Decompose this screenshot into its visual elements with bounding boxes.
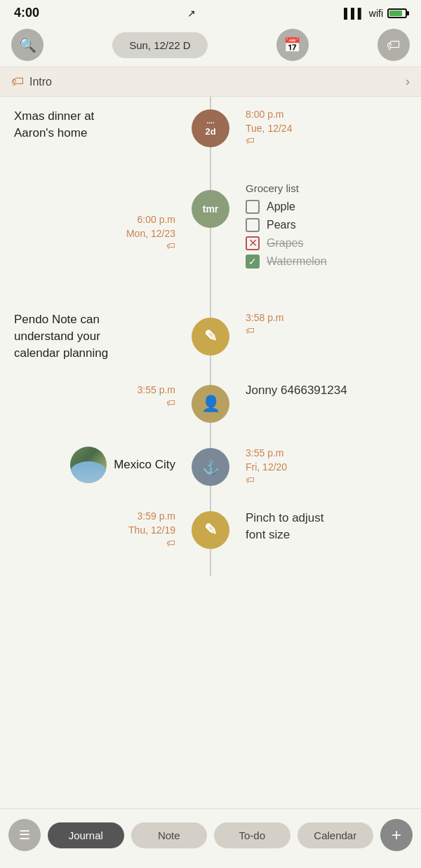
pendo-circle: ✎ bbox=[192, 318, 229, 355]
status-bar: 4:00 ↗ ▌▌▌ wifi bbox=[0, 0, 421, 23]
signal-icon: ▌▌▌ bbox=[344, 8, 365, 19]
mexico-photo bbox=[70, 447, 107, 483]
contact-name: Jonny 6466391234 bbox=[246, 384, 421, 398]
watermelon-checkbox[interactable]: ✓ bbox=[246, 255, 260, 269]
pendo-time: 3:58 p.m bbox=[246, 311, 421, 325]
entry-left-pinch: 3:59 p.m Thu, 12/19 🏷 bbox=[0, 510, 210, 548]
pendo-title: Pendo Note canunderstand yourcalendar pl… bbox=[0, 311, 175, 361]
grocery-circle: tmr bbox=[192, 190, 229, 228]
entry-left-grocery: 6:00 p.m Mon, 12/23 🏷 bbox=[0, 171, 210, 251]
mexico-date: Fri, 12/20 bbox=[246, 461, 421, 475]
list-item[interactable]: Pendo Note canunderstand yourcalendar pl… bbox=[0, 300, 421, 372]
contact-time: 3:55 p.m bbox=[0, 384, 175, 398]
search-icon: 🔍 bbox=[19, 36, 36, 53]
grocery-tag: 🏷 bbox=[0, 240, 175, 251]
location-arrow-icon: ↗ bbox=[187, 8, 196, 19]
chevron-down-icon: › bbox=[406, 74, 410, 89]
apple-label: Apple bbox=[267, 201, 295, 213]
menu-button[interactable]: ☰ bbox=[8, 819, 41, 851]
mexico-icon: ⚓ bbox=[192, 448, 229, 486]
date-display[interactable]: Sun, 12/22 D bbox=[112, 32, 208, 58]
grocery-list-title: Grocery list bbox=[246, 182, 421, 194]
apple-checkbox[interactable] bbox=[246, 200, 260, 214]
mexico-tag: 🏷 bbox=[246, 475, 421, 485]
xmas-time: 8:00 p.m bbox=[246, 108, 421, 122]
status-time: 4:00 bbox=[14, 6, 39, 20]
contact-icon: 👤 bbox=[192, 385, 229, 423]
top-bar: 🔍 Sun, 12/22 D 📅 🏷 bbox=[0, 23, 421, 67]
grocery-time: 6:00 p.m bbox=[0, 213, 175, 227]
pendo-tag: 🏷 bbox=[246, 325, 421, 336]
pendo-icon: ✎ bbox=[192, 318, 229, 355]
pears-checkbox[interactable] bbox=[246, 218, 260, 232]
grocery-date: Mon, 12/23 bbox=[0, 227, 175, 241]
watermelon-label: Watermelon bbox=[267, 255, 327, 268]
tab-journal[interactable]: Journal bbox=[48, 822, 124, 848]
list-item[interactable]: 6:00 p.m Mon, 12/23 🏷 tmr Grocery list A… bbox=[0, 160, 421, 300]
category-bar[interactable]: 🏷 Intro › bbox=[0, 67, 421, 97]
tab-todo[interactable]: To-do bbox=[214, 822, 290, 848]
grocery-list: Grocery list Apple Pears ✕ Grapes bbox=[210, 171, 421, 273]
xmas-icon: ···· 2d bbox=[192, 109, 229, 147]
entry-left-mexico: Mexico City bbox=[0, 447, 210, 483]
anchor-icon: ⚓ bbox=[202, 459, 220, 475]
status-icons: ▌▌▌ wifi bbox=[344, 8, 407, 19]
tab-note[interactable]: Note bbox=[131, 822, 208, 848]
pinch-circle: ✎ bbox=[192, 511, 229, 549]
mexico-circle: ⚓ bbox=[192, 448, 229, 486]
entry-right-xmas: 8:00 p.m Tue, 12/24 🏷 bbox=[210, 108, 421, 146]
grapes-label: Grapes bbox=[267, 237, 303, 250]
pinch-tag: 🏷 bbox=[0, 538, 175, 548]
calendar-button[interactable]: 📅 bbox=[276, 29, 309, 61]
xmas-date: Tue, 12/24 bbox=[246, 122, 421, 136]
plus-icon: + bbox=[392, 825, 401, 845]
grocery-item-watermelon[interactable]: ✓ Watermelon bbox=[246, 255, 421, 269]
grocery-icon: tmr bbox=[192, 190, 229, 228]
pinch-time: 3:59 p.m bbox=[0, 510, 175, 524]
contact-tag: 🏷 bbox=[0, 398, 175, 408]
person-icon: 👤 bbox=[201, 395, 220, 413]
edit-icon: ✎ bbox=[204, 521, 217, 539]
entry-left-pendo: Pendo Note canunderstand yourcalendar pl… bbox=[0, 311, 210, 361]
xmas-tag: 🏷 bbox=[246, 135, 421, 146]
tag-icon: 🏷 bbox=[387, 37, 401, 53]
entry-right-mexico: 3:55 p.m Fri, 12/20 🏷 bbox=[210, 447, 421, 484]
hamburger-icon: ☰ bbox=[19, 827, 30, 843]
category-tag-icon: 🏷 bbox=[11, 74, 24, 89]
mexico-city-label: Mexico City bbox=[114, 456, 175, 473]
tag-button[interactable]: 🏷 bbox=[377, 29, 410, 61]
pinch-icon: ✎ bbox=[192, 511, 229, 549]
tab-calendar[interactable]: Calendar bbox=[298, 822, 374, 848]
list-item[interactable]: Mexico City ⚓ 3:55 p.m Fri, 12/20 🏷 bbox=[0, 435, 421, 499]
list-item[interactable]: Xmas dinner atAaron's home ···· 2d 8:00 … bbox=[0, 97, 421, 160]
search-button[interactable]: 🔍 bbox=[11, 29, 44, 61]
calendar-icon: 📅 bbox=[283, 36, 301, 53]
xmas-circle: ···· 2d bbox=[192, 109, 229, 147]
category-label: Intro bbox=[29, 76, 406, 88]
pears-label: Pears bbox=[267, 219, 296, 231]
grocery-item-grapes[interactable]: ✕ Grapes bbox=[246, 236, 421, 250]
bottom-nav: ☰ Journal Note To-do Calendar + bbox=[0, 808, 421, 868]
grapes-checkbox[interactable]: ✕ bbox=[246, 236, 260, 250]
grocery-item-apple[interactable]: Apple bbox=[246, 200, 421, 214]
entry-right-contact: Jonny 6466391234 bbox=[210, 384, 421, 398]
xmas-title: Xmas dinner atAaron's home bbox=[0, 108, 175, 142]
mexico-time: 3:55 p.m bbox=[246, 447, 421, 461]
wifi-icon: wifi bbox=[369, 8, 383, 19]
pinch-text: Pinch to adjustfont size bbox=[246, 510, 421, 543]
grocery-item-pears[interactable]: Pears bbox=[246, 218, 421, 232]
entry-left-xmas: Xmas dinner atAaron's home bbox=[0, 108, 210, 142]
contact-circle: 👤 bbox=[192, 385, 229, 423]
pinch-date: Thu, 12/19 bbox=[0, 524, 175, 538]
timeline: Xmas dinner atAaron's home ···· 2d 8:00 … bbox=[0, 97, 421, 576]
edit-icon: ✎ bbox=[204, 327, 217, 346]
list-item[interactable]: 3:55 p.m 🏷 👤 Jonny 6466391234 bbox=[0, 372, 421, 435]
entry-right-pendo: 3:58 p.m 🏷 bbox=[210, 311, 421, 336]
entry-left-contact: 3:55 p.m 🏷 bbox=[0, 384, 210, 408]
entry-right-pinch: Pinch to adjustfont size bbox=[210, 510, 421, 543]
battery-icon bbox=[387, 8, 407, 18]
add-button[interactable]: + bbox=[380, 819, 413, 851]
list-item[interactable]: 3:59 p.m Thu, 12/19 🏷 ✎ Pinch to adjustf… bbox=[0, 499, 421, 562]
